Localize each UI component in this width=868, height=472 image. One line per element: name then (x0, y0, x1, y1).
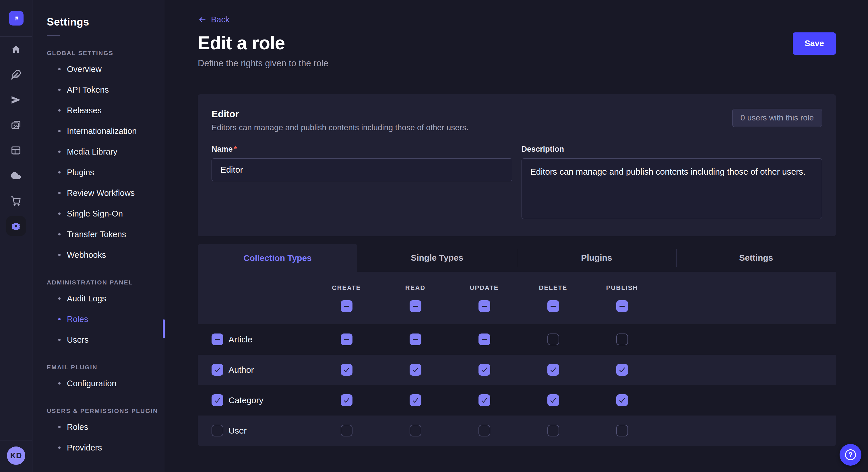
bullet-icon (58, 339, 61, 341)
author-delete-checkbox[interactable] (547, 364, 559, 376)
subnav-item-configuration[interactable]: Configuration (32, 373, 165, 394)
subnav-item-label: Releases (67, 106, 102, 115)
bullet-icon (58, 109, 61, 111)
row-user-checkbox[interactable] (212, 425, 223, 436)
rail-item-shopping-cart[interactable] (0, 188, 32, 213)
subnav-item-label: Roles (67, 423, 88, 432)
role-card-header-text: Editor Editors can manage and publish co… (212, 109, 468, 132)
back-link[interactable]: Back (198, 15, 229, 24)
author-update-checkbox[interactable] (478, 364, 490, 376)
user-avatar[interactable]: KD (7, 446, 25, 465)
subnav-item-internationalization[interactable]: Internationalization (32, 121, 165, 141)
shopping-cart-icon (6, 191, 26, 210)
permission-cell (381, 394, 450, 406)
help-button[interactable]: ? (840, 444, 861, 466)
subnav-item-overview[interactable]: Overview (32, 59, 165, 79)
question-mark-icon: ? (845, 449, 856, 460)
select-all-publish-checkbox[interactable] (616, 300, 628, 312)
category-read-checkbox[interactable] (410, 394, 422, 406)
rail-item-paper-plane[interactable] (0, 87, 32, 112)
author-create-checkbox[interactable] (341, 364, 352, 376)
permission-cell (588, 394, 656, 406)
rail-item-layout[interactable] (0, 138, 32, 163)
bullet-icon (58, 318, 61, 320)
subnav-item-media-library[interactable]: Media Library (32, 141, 165, 162)
subnav-item-single-sign-on[interactable]: Single Sign-On (32, 203, 165, 224)
select-all-update-checkbox[interactable] (478, 300, 490, 312)
category-create-checkbox[interactable] (341, 394, 352, 406)
permission-cell (312, 334, 381, 345)
users-with-role-button[interactable]: 0 users with this role (732, 109, 822, 127)
author-publish-checkbox[interactable] (616, 364, 628, 376)
bullet-icon (58, 89, 61, 91)
name-field-group: Name* (212, 145, 513, 181)
name-input[interactable] (212, 158, 513, 181)
subnav-item-providers[interactable]: Providers (32, 437, 165, 458)
user-create-checkbox[interactable] (341, 425, 352, 436)
cloud-icon (6, 166, 26, 185)
user-delete-checkbox[interactable] (547, 425, 559, 436)
subnav-item-roles[interactable]: Roles (32, 417, 165, 437)
permissions-column-read: READ (381, 284, 450, 312)
rail-item-cloud[interactable] (0, 163, 32, 188)
user-update-checkbox[interactable] (478, 425, 490, 436)
tab-single-types[interactable]: Single Types (358, 244, 517, 272)
article-delete-checkbox[interactable] (547, 334, 559, 345)
subnav-section-label: ADMINISTRATION PANEL (32, 279, 165, 286)
subnav-item-api-tokens[interactable]: API Tokens (32, 79, 165, 100)
article-create-checkbox[interactable] (341, 334, 352, 345)
row-category-checkbox[interactable] (212, 394, 223, 406)
subnav-item-audit-logs[interactable]: Audit Logs (32, 288, 165, 309)
name-label: Name* (212, 145, 513, 154)
select-all-create-checkbox[interactable] (341, 300, 352, 312)
subnav-item-review-workflows[interactable]: Review Workflows (32, 183, 165, 203)
subnav-item-transfer-tokens[interactable]: Transfer Tokens (32, 224, 165, 245)
subnav-item-roles[interactable]: Roles (32, 309, 165, 330)
subnav-title-divider (47, 35, 60, 36)
subnav-item-label: Single Sign-On (67, 209, 123, 218)
feather-icon (6, 65, 26, 84)
description-textarea[interactable]: Editors can manage and publish contents … (522, 158, 823, 219)
user-read-checkbox[interactable] (410, 425, 422, 436)
save-button[interactable]: Save (793, 32, 836, 55)
bullet-icon (58, 233, 61, 235)
strapi-logo[interactable] (9, 11, 24, 26)
layout-icon (6, 140, 26, 160)
bullet-icon (58, 382, 61, 384)
tab-plugins[interactable]: Plugins (517, 244, 677, 272)
subnav-item-label: Configuration (67, 379, 117, 388)
role-details-card: Editor Editors can manage and publish co… (198, 94, 836, 236)
subnav-item-users[interactable]: Users (32, 330, 165, 350)
content-type-name: Article (228, 335, 252, 344)
author-read-checkbox[interactable] (410, 364, 422, 376)
indeterminate-dash-icon (619, 306, 625, 307)
subnav-scrollbar-thumb[interactable] (163, 319, 165, 338)
article-publish-checkbox[interactable] (616, 334, 628, 345)
tab-collection-types[interactable]: Collection Types (198, 244, 358, 272)
permissions-column-publish: PUBLISH (588, 284, 656, 312)
rail-item-settings-gear[interactable] (0, 213, 32, 239)
subnav-item-webhooks[interactable]: Webhooks (32, 245, 165, 265)
indeterminate-dash-icon (482, 339, 487, 340)
row-author-checkbox[interactable] (212, 364, 223, 376)
select-all-delete-checkbox[interactable] (547, 300, 559, 312)
subnav-title: Settings (32, 0, 165, 28)
row-article-checkbox[interactable] (212, 334, 223, 345)
tab-settings[interactable]: Settings (676, 244, 836, 272)
category-publish-checkbox[interactable] (616, 394, 628, 406)
rail-item-media-images[interactable] (0, 112, 32, 138)
rail-item-feather[interactable] (0, 62, 32, 87)
subnav-item-label: Roles (67, 314, 88, 324)
subnav-item-label: Media Library (67, 147, 117, 157)
category-update-checkbox[interactable] (478, 394, 490, 406)
article-update-checkbox[interactable] (478, 334, 490, 345)
page-title: Edit a role (198, 32, 329, 54)
article-read-checkbox[interactable] (410, 334, 422, 345)
select-all-read-checkbox[interactable] (410, 300, 422, 312)
rail-item-home[interactable] (0, 37, 32, 62)
user-publish-checkbox[interactable] (616, 425, 628, 436)
subnav-item-plugins[interactable]: Plugins (32, 162, 165, 183)
category-delete-checkbox[interactable] (547, 394, 559, 406)
settings-gear-icon (6, 216, 26, 236)
subnav-item-releases[interactable]: Releases (32, 100, 165, 121)
